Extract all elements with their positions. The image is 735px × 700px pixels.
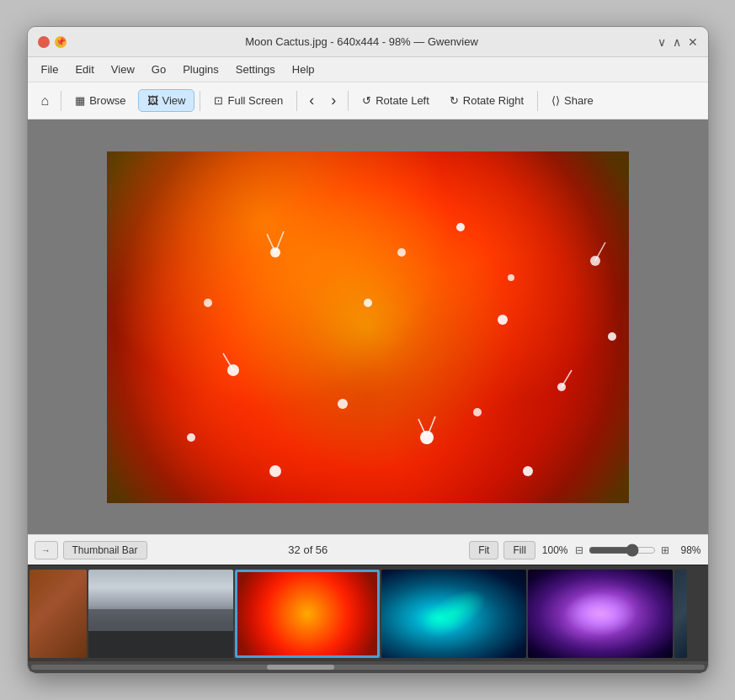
zoom-value: 98% [674, 544, 701, 556]
menu-plugins[interactable]: Plugins [176, 61, 226, 78]
scrollbar-track[interactable] [31, 665, 705, 670]
share-icon: ⟨⟩ [551, 94, 560, 107]
rotate-left-button[interactable]: ↺ Rotate Left [354, 90, 438, 111]
menu-bar: File Edit View Go Plugins Settings Help [28, 57, 708, 82]
window-title: Moon Cactus.jpg - 640x444 - 98% — Gwenvi… [73, 35, 651, 48]
rotate-right-button[interactable]: ↻ Rotate Right [441, 90, 532, 111]
fullscreen-icon: ⊡ [214, 94, 223, 107]
fill-label: Fill [513, 544, 525, 556]
prev-button[interactable]: ‹ [302, 88, 321, 114]
toolbar-separator-3 [296, 91, 297, 111]
menu-edit[interactable]: Edit [68, 61, 100, 78]
close-button[interactable] [38, 36, 50, 48]
minimize-button[interactable]: 📌 [55, 36, 67, 48]
rotate-right-icon: ↻ [450, 94, 459, 107]
menu-help[interactable]: Help [285, 61, 322, 78]
share-label: Share [564, 94, 594, 107]
pin-icon: 📌 [56, 37, 66, 46]
chevron-up-icon[interactable]: ∧ [673, 35, 681, 49]
next-button[interactable]: › [324, 88, 343, 114]
status-bar: → Thumbnail Bar 32 of 56 Fit Fill 100% ⊟… [28, 534, 708, 565]
toolbar-separator-1 [61, 91, 61, 111]
view-label: View [162, 94, 186, 107]
next-icon: › [331, 92, 336, 109]
thumbnail-partial-right[interactable] [674, 570, 687, 658]
thumbnail-bar-button[interactable]: Thumbnail Bar [63, 541, 147, 559]
thumbnail-nebula[interactable] [381, 570, 526, 658]
rotate-left-label: Rotate Left [375, 94, 429, 107]
window-controls: 📌 [38, 36, 67, 48]
prev-icon: ‹ [309, 92, 314, 109]
view-icon: 🖼 [147, 94, 158, 107]
browse-icon: ▦ [75, 94, 85, 107]
image-counter: 32 of 56 [154, 544, 463, 556]
thumbnail-galaxy[interactable] [528, 570, 673, 658]
image-area [28, 119, 708, 534]
home-icon: ⌂ [41, 93, 50, 109]
rotate-right-label: Rotate Right [463, 94, 524, 107]
fit-button[interactable]: Fit [469, 541, 498, 559]
thumbnail-cactus[interactable] [235, 570, 380, 658]
fit-label: Fit [478, 544, 489, 556]
sidebar-arrow-icon: → [41, 545, 51, 555]
menu-settings[interactable]: Settings [229, 61, 282, 78]
window-close-icon[interactable]: ✕ [688, 35, 698, 49]
menu-file[interactable]: File [35, 61, 66, 78]
sidebar-toggle-button[interactable]: → [35, 541, 58, 559]
share-button[interactable]: ⟨⟩ Share [543, 90, 602, 111]
title-bar-actions: ∨ ∧ ✕ [658, 35, 698, 49]
zoom-slider[interactable] [589, 544, 656, 557]
browse-button[interactable]: ▦ Browse [67, 90, 134, 111]
thumbnail-strip [28, 565, 708, 661]
image-overlay [107, 151, 629, 503]
chevron-down-icon[interactable]: ∨ [658, 35, 666, 49]
title-bar: 📌 Moon Cactus.jpg - 640x444 - 98% — Gwen… [28, 27, 708, 57]
menu-view[interactable]: View [104, 61, 141, 78]
zoom-shrink-icon: ⊟ [575, 544, 583, 556]
thumbnail-bar-label: Thumbnail Bar [72, 544, 138, 556]
fullscreen-button[interactable]: ⊡ Full Screen [205, 90, 291, 111]
scrollbar-area [28, 661, 708, 673]
toolbar-separator-5 [537, 91, 538, 111]
browse-label: Browse [89, 94, 125, 107]
thumbnail-foggy[interactable] [88, 570, 233, 658]
toolbar-separator-2 [200, 91, 200, 111]
menu-go[interactable]: Go [145, 61, 173, 78]
zoom-slider-container [589, 544, 656, 557]
fullscreen-label: Full Screen [227, 94, 283, 107]
rotate-left-icon: ↺ [362, 94, 371, 107]
toolbar-separator-4 [348, 91, 349, 111]
scrollbar-thumb[interactable] [267, 665, 334, 670]
view-button[interactable]: 🖼 View [138, 89, 195, 112]
toolbar: ⌂ ▦ Browse 🖼 View ⊡ Full Screen ‹ › ↺ Ro… [28, 82, 708, 119]
fill-button[interactable]: Fill [503, 541, 535, 559]
thumbnail-partial-left[interactable] [29, 570, 87, 658]
main-image [107, 151, 629, 503]
zoom-percent-label: 100% [542, 544, 568, 556]
zoom-expand-icon: ⊞ [661, 544, 669, 556]
home-button[interactable]: ⌂ [35, 89, 56, 113]
status-left: → Thumbnail Bar [35, 541, 147, 559]
app-window: 📌 Moon Cactus.jpg - 640x444 - 98% — Gwen… [27, 26, 709, 674]
status-right: Fit Fill 100% ⊟ ⊞ 98% [469, 541, 700, 559]
